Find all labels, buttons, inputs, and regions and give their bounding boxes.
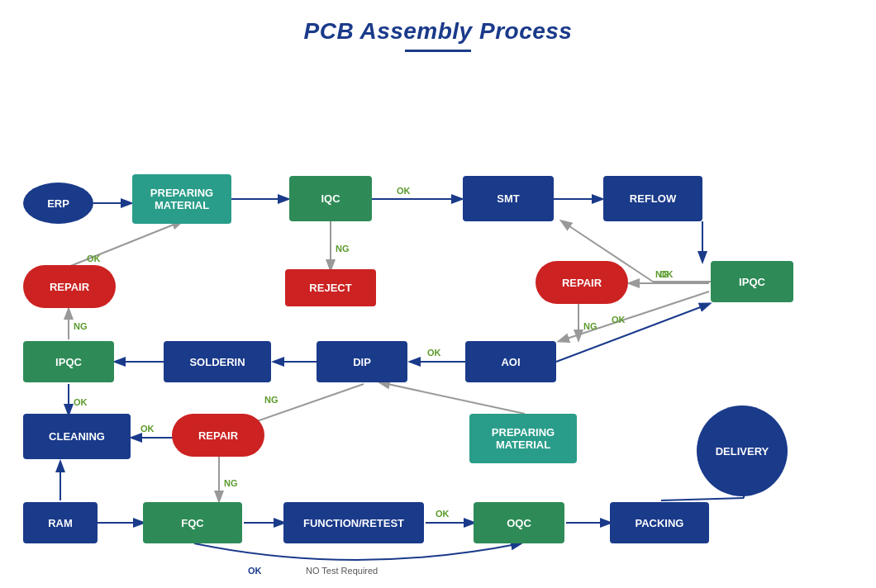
node-function-retest: FUNCTION/RETEST — [283, 502, 424, 543]
node-repair-left: REPAIR — [23, 265, 116, 308]
svg-text:NG: NG — [74, 321, 88, 331]
node-dip: DIP — [317, 341, 407, 382]
node-reject: REJECT — [285, 269, 376, 306]
svg-text:NG: NG — [264, 395, 279, 405]
svg-line-38 — [661, 498, 744, 500]
node-reflow: REFLOW — [603, 176, 702, 221]
node-packing: PACKING — [610, 502, 709, 543]
svg-text:OK: OK — [140, 424, 155, 434]
svg-text:NG: NG — [336, 244, 350, 254]
svg-text:OK: OK — [436, 509, 450, 519]
svg-text:NO Test Required: NO Test Required — [306, 566, 378, 576]
node-preparing-material-1: PREPARING MATERIAL — [132, 174, 231, 224]
svg-text:NG: NG — [655, 269, 669, 279]
svg-text:OK: OK — [248, 566, 262, 576]
title-underline — [405, 50, 471, 52]
arrows-svg: OK NG NG OK NG OK — [0, 60, 876, 588]
node-aoi: AOI — [465, 341, 556, 382]
svg-text:OK: OK — [397, 186, 411, 196]
svg-text:OK: OK — [659, 269, 674, 279]
svg-line-12 — [556, 304, 709, 362]
svg-text:NG: NG — [583, 321, 597, 331]
node-fqc: FQC — [143, 502, 242, 543]
flowchart: OK NG NG OK NG OK — [0, 60, 876, 588]
node-solderin: SOLDERIN — [164, 341, 271, 382]
node-delivery: DELIVERY — [697, 405, 788, 496]
svg-text:OK: OK — [427, 348, 441, 358]
svg-text:OK: OK — [87, 254, 101, 263]
page-title: PCB Assembly Process — [0, 0, 876, 45]
node-ipqc-left: IPQC — [23, 341, 114, 382]
node-smt: SMT — [463, 176, 554, 221]
svg-text:NG: NG — [224, 478, 238, 488]
node-oqc: OQC — [474, 502, 564, 543]
page-container: PCB Assembly Process OK — [0, 0, 876, 588]
node-ipqc-right: IPQC — [711, 261, 793, 302]
node-repair-right: REPAIR — [536, 261, 628, 304]
svg-text:OK: OK — [612, 315, 626, 325]
node-cleaning: CLEANING — [23, 414, 131, 459]
node-iqc: IQC — [289, 176, 372, 221]
svg-line-42 — [380, 382, 525, 414]
svg-line-22 — [69, 221, 182, 267]
node-ram: RAM — [23, 502, 98, 543]
svg-text:OK: OK — [74, 397, 88, 407]
node-preparing-material-2: PREPARING MATERIAL — [469, 414, 577, 463]
node-erp: ERP — [23, 183, 93, 224]
node-repair-mid: REPAIR — [172, 414, 264, 457]
